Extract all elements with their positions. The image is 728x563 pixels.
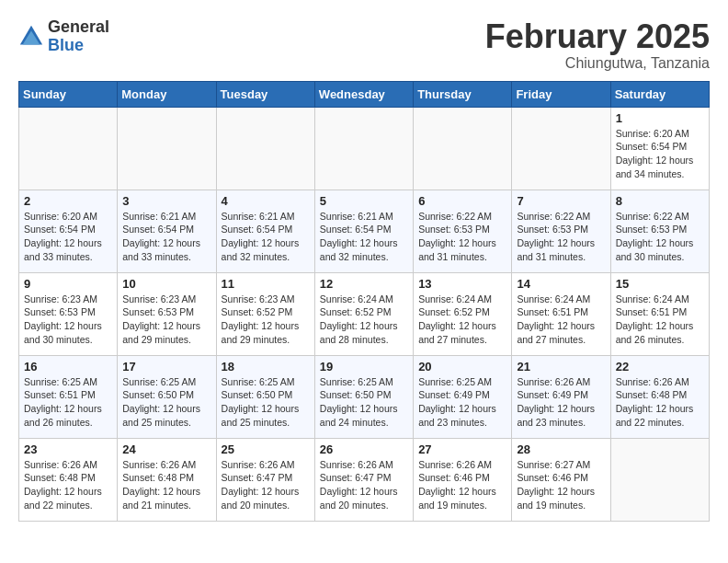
day-cell: 24Sunrise: 6:26 AM Sunset: 6:48 PM Dayli… xyxy=(118,438,216,521)
day-info: Sunrise: 6:25 AM Sunset: 6:49 PM Dayligh… xyxy=(418,375,506,430)
day-cell: 18Sunrise: 6:25 AM Sunset: 6:50 PM Dayli… xyxy=(216,355,314,438)
day-number: 6 xyxy=(418,194,506,208)
day-info: Sunrise: 6:27 AM Sunset: 6:46 PM Dayligh… xyxy=(517,458,605,512)
day-number: 15 xyxy=(616,277,704,291)
header-cell-tuesday: Tuesday xyxy=(216,81,314,107)
calendar-subtitle: Chiungutwa, Tanzania xyxy=(485,55,710,72)
day-cell xyxy=(19,107,118,190)
day-info: Sunrise: 6:24 AM Sunset: 6:51 PM Dayligh… xyxy=(616,293,704,347)
calendar-table: SundayMondayTuesdayWednesdayThursdayFrid… xyxy=(18,81,710,522)
day-info: Sunrise: 6:20 AM Sunset: 6:54 PM Dayligh… xyxy=(616,127,704,181)
day-number: 22 xyxy=(616,360,704,373)
day-cell: 5Sunrise: 6:21 AM Sunset: 6:54 PM Daylig… xyxy=(314,190,413,272)
day-cell: 13Sunrise: 6:24 AM Sunset: 6:52 PM Dayli… xyxy=(414,272,512,355)
day-number: 11 xyxy=(222,277,310,291)
day-info: Sunrise: 6:24 AM Sunset: 6:51 PM Dayligh… xyxy=(517,293,605,347)
day-number: 5 xyxy=(320,194,408,208)
day-info: Sunrise: 6:23 AM Sunset: 6:52 PM Dayligh… xyxy=(222,293,310,347)
day-number: 17 xyxy=(122,360,210,373)
day-cell: 1Sunrise: 6:20 AM Sunset: 6:54 PM Daylig… xyxy=(610,107,709,190)
day-info: Sunrise: 6:25 AM Sunset: 6:50 PM Dayligh… xyxy=(320,375,408,430)
day-number: 18 xyxy=(222,360,310,373)
day-info: Sunrise: 6:26 AM Sunset: 6:46 PM Dayligh… xyxy=(418,458,506,512)
day-info: Sunrise: 6:25 AM Sunset: 6:50 PM Dayligh… xyxy=(122,375,210,430)
day-cell: 8Sunrise: 6:22 AM Sunset: 6:53 PM Daylig… xyxy=(610,190,709,272)
day-cell: 7Sunrise: 6:22 AM Sunset: 6:53 PM Daylig… xyxy=(512,190,610,272)
header-cell-monday: Monday xyxy=(118,81,216,107)
day-info: Sunrise: 6:22 AM Sunset: 6:53 PM Dayligh… xyxy=(517,210,605,264)
day-info: Sunrise: 6:21 AM Sunset: 6:54 PM Dayligh… xyxy=(122,210,210,264)
day-number: 7 xyxy=(517,194,605,208)
title-block: February 2025 Chiungutwa, Tanzania xyxy=(485,18,710,72)
day-number: 8 xyxy=(616,194,704,208)
header-cell-friday: Friday xyxy=(512,81,610,107)
day-info: Sunrise: 6:25 AM Sunset: 6:51 PM Dayligh… xyxy=(24,375,112,430)
day-number: 16 xyxy=(24,360,112,373)
logo-general: General xyxy=(48,18,109,37)
day-number: 12 xyxy=(320,277,408,291)
day-cell: 25Sunrise: 6:26 AM Sunset: 6:47 PM Dayli… xyxy=(216,438,314,521)
day-cell: 14Sunrise: 6:24 AM Sunset: 6:51 PM Dayli… xyxy=(512,272,610,355)
day-info: Sunrise: 6:25 AM Sunset: 6:50 PM Dayligh… xyxy=(222,375,310,430)
day-number: 19 xyxy=(320,360,408,373)
day-number: 2 xyxy=(24,194,112,208)
day-cell xyxy=(314,107,413,190)
day-cell xyxy=(414,107,512,190)
day-number: 21 xyxy=(517,360,605,373)
day-number: 20 xyxy=(418,360,506,373)
day-info: Sunrise: 6:26 AM Sunset: 6:48 PM Dayligh… xyxy=(24,458,112,512)
day-cell xyxy=(512,107,610,190)
day-info: Sunrise: 6:23 AM Sunset: 6:53 PM Dayligh… xyxy=(122,293,210,347)
day-cell xyxy=(610,438,709,521)
day-cell: 17Sunrise: 6:25 AM Sunset: 6:50 PM Dayli… xyxy=(118,355,216,438)
day-info: Sunrise: 6:21 AM Sunset: 6:54 PM Dayligh… xyxy=(320,210,408,264)
day-cell: 23Sunrise: 6:26 AM Sunset: 6:48 PM Dayli… xyxy=(19,438,118,521)
day-cell: 26Sunrise: 6:26 AM Sunset: 6:47 PM Dayli… xyxy=(314,438,413,521)
day-cell: 6Sunrise: 6:22 AM Sunset: 6:53 PM Daylig… xyxy=(414,190,512,272)
header-cell-sunday: Sunday xyxy=(19,81,118,107)
day-cell: 27Sunrise: 6:26 AM Sunset: 6:46 PM Dayli… xyxy=(414,438,512,521)
calendar-title: February 2025 xyxy=(485,18,710,55)
header-cell-saturday: Saturday xyxy=(610,81,709,107)
day-info: Sunrise: 6:26 AM Sunset: 6:47 PM Dayligh… xyxy=(320,458,408,512)
day-number: 10 xyxy=(122,277,210,291)
day-cell: 20Sunrise: 6:25 AM Sunset: 6:49 PM Dayli… xyxy=(414,355,512,438)
week-row-4: 16Sunrise: 6:25 AM Sunset: 6:51 PM Dayli… xyxy=(19,355,710,438)
header-row: SundayMondayTuesdayWednesdayThursdayFrid… xyxy=(19,81,710,107)
day-number: 26 xyxy=(320,442,408,456)
day-info: Sunrise: 6:24 AM Sunset: 6:52 PM Dayligh… xyxy=(320,293,408,347)
day-cell: 22Sunrise: 6:26 AM Sunset: 6:48 PM Dayli… xyxy=(610,355,709,438)
day-info: Sunrise: 6:26 AM Sunset: 6:48 PM Dayligh… xyxy=(122,458,210,512)
day-info: Sunrise: 6:21 AM Sunset: 6:54 PM Dayligh… xyxy=(222,210,310,264)
week-row-3: 9Sunrise: 6:23 AM Sunset: 6:53 PM Daylig… xyxy=(19,272,710,355)
day-number: 25 xyxy=(222,442,310,456)
day-cell xyxy=(216,107,314,190)
day-cell: 11Sunrise: 6:23 AM Sunset: 6:52 PM Dayli… xyxy=(216,272,314,355)
day-cell: 19Sunrise: 6:25 AM Sunset: 6:50 PM Dayli… xyxy=(314,355,413,438)
day-number: 3 xyxy=(122,194,210,208)
day-number: 27 xyxy=(418,442,506,456)
day-cell: 2Sunrise: 6:20 AM Sunset: 6:54 PM Daylig… xyxy=(19,190,118,272)
logo-text: General Blue xyxy=(48,18,109,55)
day-number: 28 xyxy=(517,442,605,456)
day-number: 1 xyxy=(616,111,704,125)
day-info: Sunrise: 6:26 AM Sunset: 6:49 PM Dayligh… xyxy=(517,375,605,430)
day-cell: 16Sunrise: 6:25 AM Sunset: 6:51 PM Dayli… xyxy=(19,355,118,438)
day-number: 23 xyxy=(24,442,112,456)
day-info: Sunrise: 6:24 AM Sunset: 6:52 PM Dayligh… xyxy=(418,293,506,347)
day-number: 24 xyxy=(122,442,210,456)
day-info: Sunrise: 6:22 AM Sunset: 6:53 PM Dayligh… xyxy=(418,210,506,264)
day-cell: 9Sunrise: 6:23 AM Sunset: 6:53 PM Daylig… xyxy=(19,272,118,355)
day-info: Sunrise: 6:20 AM Sunset: 6:54 PM Dayligh… xyxy=(24,210,112,264)
calendar-header: SundayMondayTuesdayWednesdayThursdayFrid… xyxy=(19,81,710,107)
page-header: General Blue February 2025 Chiungutwa, T… xyxy=(18,18,710,72)
day-cell: 10Sunrise: 6:23 AM Sunset: 6:53 PM Dayli… xyxy=(118,272,216,355)
day-info: Sunrise: 6:26 AM Sunset: 6:47 PM Dayligh… xyxy=(222,458,310,512)
day-cell: 3Sunrise: 6:21 AM Sunset: 6:54 PM Daylig… xyxy=(118,190,216,272)
day-info: Sunrise: 6:22 AM Sunset: 6:53 PM Dayligh… xyxy=(616,210,704,264)
header-cell-thursday: Thursday xyxy=(414,81,512,107)
day-info: Sunrise: 6:23 AM Sunset: 6:53 PM Dayligh… xyxy=(24,293,112,347)
week-row-5: 23Sunrise: 6:26 AM Sunset: 6:48 PM Dayli… xyxy=(19,438,710,521)
day-cell: 28Sunrise: 6:27 AM Sunset: 6:46 PM Dayli… xyxy=(512,438,610,521)
logo-blue: Blue xyxy=(48,37,109,55)
